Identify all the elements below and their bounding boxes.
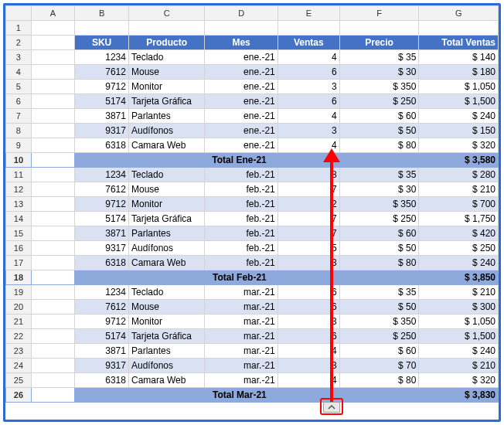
col-header[interactable]: E <box>278 6 339 21</box>
cell-precio[interactable]: $ 250 <box>339 212 419 226</box>
cell-mes[interactable]: feb.-21 <box>205 168 278 182</box>
cell[interactable] <box>31 138 74 153</box>
cell[interactable] <box>31 270 74 285</box>
table-row[interactable]: 59712Monitorene.-213$ 350$ 1,050 <box>6 80 499 94</box>
cell-mes[interactable]: feb.-21 <box>205 182 278 197</box>
subtotal-label[interactable]: Total Ene-21 <box>205 153 278 168</box>
cell[interactable] <box>278 21 339 36</box>
cell-producto[interactable]: Monitor <box>128 197 204 212</box>
cell-mes[interactable]: mar.-21 <box>205 314 278 329</box>
cell[interactable] <box>75 21 129 36</box>
cell-precio[interactable]: $ 350 <box>339 197 419 212</box>
cell-sku[interactable]: 9317 <box>75 124 129 138</box>
cell-ventas[interactable]: 6 <box>278 65 339 80</box>
cell-sku[interactable]: 3871 <box>75 344 129 359</box>
cell-precio[interactable]: $ 60 <box>339 109 419 124</box>
cell[interactable] <box>31 226 74 241</box>
table-row[interactable]: 145174Tarjeta Gráficafeb.-217$ 250$ 1,75… <box>6 212 499 226</box>
row-header[interactable]: 25 <box>6 373 32 388</box>
cell-total[interactable]: $ 150 <box>419 124 499 138</box>
subtotal-label[interactable]: Total Feb-21 <box>205 270 278 285</box>
cell-sku[interactable]: 9712 <box>75 197 129 212</box>
cell[interactable] <box>75 388 129 403</box>
cell[interactable] <box>31 285 74 300</box>
row-header[interactable]: 21 <box>6 314 32 329</box>
cell[interactable] <box>31 21 74 36</box>
header-total[interactable]: Total Ventas <box>419 36 499 50</box>
table-row[interactable]: 96318Camara Webene.-214$ 80$ 320 <box>6 138 499 153</box>
cell-producto[interactable]: Mouse <box>128 65 204 80</box>
cell-precio[interactable]: $ 35 <box>339 285 419 300</box>
table-row[interactable]: 111234Tecladofeb.-218$ 35$ 280 <box>6 168 499 182</box>
table-row[interactable]: 207612Mousemar.-216$ 50$ 300 <box>6 300 499 314</box>
header-ventas[interactable]: Ventas <box>278 36 339 50</box>
cell[interactable] <box>339 21 419 36</box>
col-header-row[interactable]: A B C D E F G <box>6 6 499 21</box>
cell[interactable] <box>31 109 74 124</box>
table-row[interactable]: 31234Tecladoene.-214$ 35$ 140 <box>6 50 499 65</box>
cell-mes[interactable]: ene.-21 <box>205 94 278 109</box>
cell[interactable] <box>128 153 204 168</box>
col-header[interactable]: D <box>205 6 278 21</box>
cell[interactable] <box>31 182 74 197</box>
cell[interactable] <box>31 80 74 94</box>
cell-precio[interactable]: $ 30 <box>339 182 419 197</box>
cell-producto[interactable]: Monitor <box>128 80 204 94</box>
cell-producto[interactable]: Audífonos <box>128 359 204 373</box>
select-all-corner[interactable] <box>6 6 32 21</box>
cell-mes[interactable]: ene.-21 <box>205 124 278 138</box>
cell-producto[interactable]: Camara Web <box>128 256 204 270</box>
cell-producto[interactable]: Teclado <box>128 168 204 182</box>
cell-producto[interactable]: Parlantes <box>128 226 204 241</box>
table-row[interactable]: 65174Tarjeta Gráficaene.-216$ 250$ 1,500 <box>6 94 499 109</box>
cell-mes[interactable]: mar.-21 <box>205 373 278 388</box>
cell[interactable] <box>31 168 74 182</box>
cell[interactable] <box>31 329 74 344</box>
table-row[interactable]: 73871Parlantesene.-214$ 60$ 240 <box>6 109 499 124</box>
cell-precio[interactable]: $ 35 <box>339 50 419 65</box>
row-header[interactable]: 14 <box>6 212 32 226</box>
table-row[interactable]: 139712Monitorfeb.-212$ 350$ 700 <box>6 197 499 212</box>
cell-precio[interactable]: $ 80 <box>339 138 419 153</box>
cell-total[interactable]: $ 250 <box>419 241 499 256</box>
cell-total[interactable]: $ 280 <box>419 168 499 182</box>
cell-sku[interactable]: 9712 <box>75 314 129 329</box>
row-header[interactable]: 3 <box>6 50 32 65</box>
table-row[interactable]: 191234Tecladomar.-216$ 35$ 210 <box>6 285 499 300</box>
cell-producto[interactable]: Parlantes <box>128 109 204 124</box>
cell[interactable] <box>339 270 419 285</box>
cell-sku[interactable]: 3871 <box>75 109 129 124</box>
cell-mes[interactable]: feb.-21 <box>205 212 278 226</box>
cell-mes[interactable]: mar.-21 <box>205 329 278 344</box>
cell-ventas[interactable]: 4 <box>278 109 339 124</box>
cell-precio[interactable]: $ 80 <box>339 373 419 388</box>
row-header[interactable]: 13 <box>6 197 32 212</box>
cell[interactable] <box>31 197 74 212</box>
row-header[interactable]: 17 <box>6 256 32 270</box>
cell-total[interactable]: $ 1,050 <box>419 80 499 94</box>
cell-total[interactable]: $ 240 <box>419 256 499 270</box>
cell-mes[interactable]: feb.-21 <box>205 256 278 270</box>
cell-precio[interactable]: $ 30 <box>339 65 419 80</box>
col-header[interactable]: C <box>128 6 204 21</box>
subtotal-value[interactable]: $ 3,830 <box>419 388 499 403</box>
cell-producto[interactable]: Tarjeta Gráfica <box>128 329 204 344</box>
cell[interactable] <box>31 373 74 388</box>
table-row[interactable]: 249317Audífonosmar.-213$ 70$ 210 <box>6 359 499 373</box>
row-header[interactable]: 18 <box>6 270 32 285</box>
row-header[interactable]: 4 <box>6 65 32 80</box>
col-header[interactable]: A <box>31 6 74 21</box>
cell[interactable] <box>128 388 204 403</box>
cell-sku[interactable]: 9712 <box>75 80 129 94</box>
row-header[interactable]: 7 <box>6 109 32 124</box>
cell-sku[interactable]: 7612 <box>75 65 129 80</box>
cell[interactable] <box>205 21 278 36</box>
cell[interactable] <box>31 344 74 359</box>
cell-mes[interactable]: feb.-21 <box>205 241 278 256</box>
table-row[interactable]: 233871Parlantesmar.-214$ 60$ 240 <box>6 344 499 359</box>
cell-precio[interactable]: $ 50 <box>339 124 419 138</box>
cell-total[interactable]: $ 210 <box>419 359 499 373</box>
subtotal-row[interactable]: 18Total Feb-21$ 3,850 <box>6 270 499 285</box>
header-producto[interactable]: Producto <box>128 36 204 50</box>
cell[interactable] <box>339 153 419 168</box>
